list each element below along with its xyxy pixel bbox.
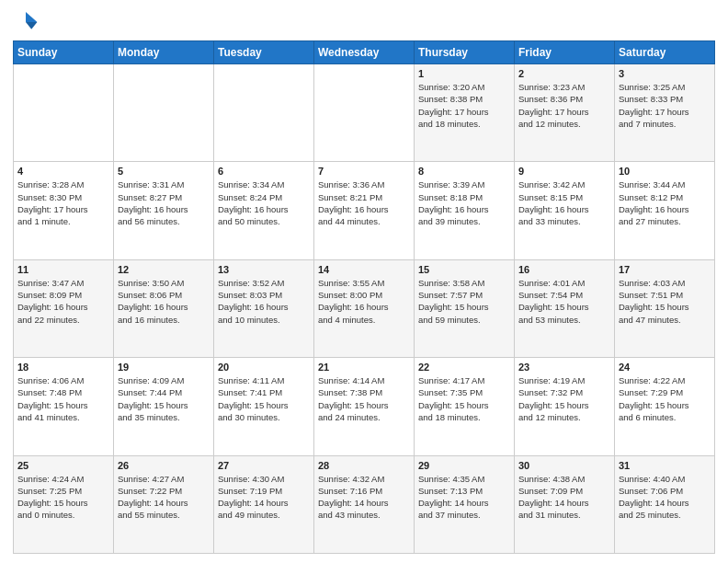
day-number: 10 xyxy=(619,166,711,177)
day-info: Sunrise: 3:44 AMSunset: 8:12 PMDaylight:… xyxy=(619,178,711,227)
calendar-cell: 15Sunrise: 3:58 AMSunset: 7:57 PMDayligh… xyxy=(415,259,515,357)
col-header-saturday: Saturday xyxy=(615,41,715,64)
day-info: Sunrise: 4:30 AMSunset: 7:19 PMDaylight:… xyxy=(218,473,310,522)
calendar-cell xyxy=(14,64,114,162)
day-info: Sunrise: 4:38 AMSunset: 7:09 PMDaylight:… xyxy=(518,473,610,522)
calendar-week-2: 4Sunrise: 3:28 AMSunset: 8:30 PMDaylight… xyxy=(14,162,715,259)
calendar-cell: 20Sunrise: 4:11 AMSunset: 7:41 PMDayligh… xyxy=(214,358,314,455)
day-number: 19 xyxy=(118,362,210,373)
day-info: Sunrise: 4:09 AMSunset: 7:44 PMDaylight:… xyxy=(118,374,210,423)
calendar-cell: 16Sunrise: 4:01 AMSunset: 7:54 PMDayligh… xyxy=(515,259,615,357)
calendar-cell xyxy=(114,64,214,162)
calendar-cell xyxy=(214,64,314,162)
day-number: 14 xyxy=(318,264,410,275)
day-info: Sunrise: 4:24 AMSunset: 7:25 PMDaylight:… xyxy=(17,473,109,522)
calendar-cell: 30Sunrise: 4:38 AMSunset: 7:09 PMDayligh… xyxy=(515,455,615,553)
calendar-cell: 26Sunrise: 4:27 AMSunset: 7:22 PMDayligh… xyxy=(114,455,214,553)
calendar-cell: 29Sunrise: 4:35 AMSunset: 7:13 PMDayligh… xyxy=(415,455,515,553)
day-number: 25 xyxy=(17,460,109,471)
day-number: 31 xyxy=(619,460,711,471)
calendar-cell: 24Sunrise: 4:22 AMSunset: 7:29 PMDayligh… xyxy=(615,358,715,455)
day-number: 7 xyxy=(318,166,410,177)
day-info: Sunrise: 3:34 AMSunset: 8:24 PMDaylight:… xyxy=(218,178,310,227)
calendar-week-3: 11Sunrise: 3:47 AMSunset: 8:09 PMDayligh… xyxy=(14,259,715,357)
calendar-week-1: 1Sunrise: 3:20 AMSunset: 8:38 PMDaylight… xyxy=(14,64,715,162)
day-info: Sunrise: 4:19 AMSunset: 7:32 PMDaylight:… xyxy=(518,374,610,423)
day-number: 22 xyxy=(418,362,510,373)
calendar-cell: 7Sunrise: 3:36 AMSunset: 8:21 PMDaylight… xyxy=(314,162,415,259)
calendar-cell: 14Sunrise: 3:55 AMSunset: 8:00 PMDayligh… xyxy=(314,259,415,357)
day-number: 4 xyxy=(17,166,109,177)
calendar-table: SundayMondayTuesdayWednesdayThursdayFrid… xyxy=(13,40,715,554)
day-number: 18 xyxy=(17,362,109,373)
col-header-wednesday: Wednesday xyxy=(314,41,415,64)
logo-icon xyxy=(13,9,39,35)
day-info: Sunrise: 4:17 AMSunset: 7:35 PMDaylight:… xyxy=(418,374,510,423)
day-number: 16 xyxy=(518,264,610,275)
calendar-cell: 12Sunrise: 3:50 AMSunset: 8:06 PMDayligh… xyxy=(114,259,214,357)
calendar-cell: 11Sunrise: 3:47 AMSunset: 8:09 PMDayligh… xyxy=(14,259,114,357)
day-number: 2 xyxy=(518,68,610,79)
day-info: Sunrise: 3:42 AMSunset: 8:15 PMDaylight:… xyxy=(518,178,610,227)
day-number: 6 xyxy=(218,166,310,177)
calendar-cell: 9Sunrise: 3:42 AMSunset: 8:15 PMDaylight… xyxy=(515,162,615,259)
calendar-cell xyxy=(314,64,415,162)
day-number: 8 xyxy=(418,166,510,177)
calendar-header-row: SundayMondayTuesdayWednesdayThursdayFrid… xyxy=(14,41,715,64)
day-info: Sunrise: 3:36 AMSunset: 8:21 PMDaylight:… xyxy=(318,178,410,227)
day-number: 20 xyxy=(218,362,310,373)
day-number: 9 xyxy=(518,166,610,177)
day-number: 15 xyxy=(418,264,510,275)
day-number: 24 xyxy=(619,362,711,373)
day-info: Sunrise: 4:11 AMSunset: 7:41 PMDaylight:… xyxy=(218,374,310,423)
calendar-cell: 6Sunrise: 3:34 AMSunset: 8:24 PMDaylight… xyxy=(214,162,314,259)
day-info: Sunrise: 3:47 AMSunset: 8:09 PMDaylight:… xyxy=(17,277,109,326)
calendar-cell: 2Sunrise: 3:23 AMSunset: 8:36 PMDaylight… xyxy=(515,64,615,162)
day-info: Sunrise: 3:31 AMSunset: 8:27 PMDaylight:… xyxy=(118,178,210,227)
day-info: Sunrise: 3:55 AMSunset: 8:00 PMDaylight:… xyxy=(318,277,410,326)
day-number: 12 xyxy=(118,264,210,275)
day-info: Sunrise: 4:22 AMSunset: 7:29 PMDaylight:… xyxy=(619,374,711,423)
logo xyxy=(13,9,42,35)
calendar-cell: 10Sunrise: 3:44 AMSunset: 8:12 PMDayligh… xyxy=(615,162,715,259)
day-info: Sunrise: 3:25 AMSunset: 8:33 PMDaylight:… xyxy=(619,81,711,130)
day-info: Sunrise: 3:23 AMSunset: 8:36 PMDaylight:… xyxy=(518,81,610,130)
calendar-cell: 27Sunrise: 4:30 AMSunset: 7:19 PMDayligh… xyxy=(214,455,314,553)
day-info: Sunrise: 4:03 AMSunset: 7:51 PMDaylight:… xyxy=(619,277,711,326)
day-number: 1 xyxy=(418,68,510,79)
calendar-cell: 28Sunrise: 4:32 AMSunset: 7:16 PMDayligh… xyxy=(314,455,415,553)
calendar-week-5: 25Sunrise: 4:24 AMSunset: 7:25 PMDayligh… xyxy=(14,455,715,553)
col-header-monday: Monday xyxy=(114,41,214,64)
day-number: 30 xyxy=(518,460,610,471)
calendar-cell: 17Sunrise: 4:03 AMSunset: 7:51 PMDayligh… xyxy=(615,259,715,357)
calendar-cell: 19Sunrise: 4:09 AMSunset: 7:44 PMDayligh… xyxy=(114,358,214,455)
day-info: Sunrise: 3:20 AMSunset: 8:38 PMDaylight:… xyxy=(418,81,510,130)
page: SundayMondayTuesdayWednesdayThursdayFrid… xyxy=(0,0,728,563)
day-info: Sunrise: 3:28 AMSunset: 8:30 PMDaylight:… xyxy=(17,178,109,227)
day-info: Sunrise: 3:52 AMSunset: 8:03 PMDaylight:… xyxy=(218,277,310,326)
calendar-cell: 3Sunrise: 3:25 AMSunset: 8:33 PMDaylight… xyxy=(615,64,715,162)
day-number: 5 xyxy=(118,166,210,177)
day-number: 27 xyxy=(218,460,310,471)
day-info: Sunrise: 4:32 AMSunset: 7:16 PMDaylight:… xyxy=(318,473,410,522)
day-number: 26 xyxy=(118,460,210,471)
calendar-cell: 21Sunrise: 4:14 AMSunset: 7:38 PMDayligh… xyxy=(314,358,415,455)
calendar-cell: 8Sunrise: 3:39 AMSunset: 8:18 PMDaylight… xyxy=(415,162,515,259)
calendar-cell: 5Sunrise: 3:31 AMSunset: 8:27 PMDaylight… xyxy=(114,162,214,259)
day-number: 11 xyxy=(17,264,109,275)
day-number: 21 xyxy=(318,362,410,373)
day-number: 3 xyxy=(619,68,711,79)
day-number: 28 xyxy=(318,460,410,471)
day-info: Sunrise: 4:35 AMSunset: 7:13 PMDaylight:… xyxy=(418,473,510,522)
day-info: Sunrise: 4:40 AMSunset: 7:06 PMDaylight:… xyxy=(619,473,711,522)
day-info: Sunrise: 3:58 AMSunset: 7:57 PMDaylight:… xyxy=(418,277,510,326)
col-header-sunday: Sunday xyxy=(14,41,114,64)
day-info: Sunrise: 4:14 AMSunset: 7:38 PMDaylight:… xyxy=(318,374,410,423)
calendar-week-4: 18Sunrise: 4:06 AMSunset: 7:48 PMDayligh… xyxy=(14,358,715,455)
calendar-cell: 31Sunrise: 4:40 AMSunset: 7:06 PMDayligh… xyxy=(615,455,715,553)
calendar-cell: 1Sunrise: 3:20 AMSunset: 8:38 PMDaylight… xyxy=(415,64,515,162)
calendar-cell: 18Sunrise: 4:06 AMSunset: 7:48 PMDayligh… xyxy=(14,358,114,455)
col-header-thursday: Thursday xyxy=(415,41,515,64)
day-info: Sunrise: 4:06 AMSunset: 7:48 PMDaylight:… xyxy=(17,374,109,423)
day-info: Sunrise: 4:27 AMSunset: 7:22 PMDaylight:… xyxy=(118,473,210,522)
